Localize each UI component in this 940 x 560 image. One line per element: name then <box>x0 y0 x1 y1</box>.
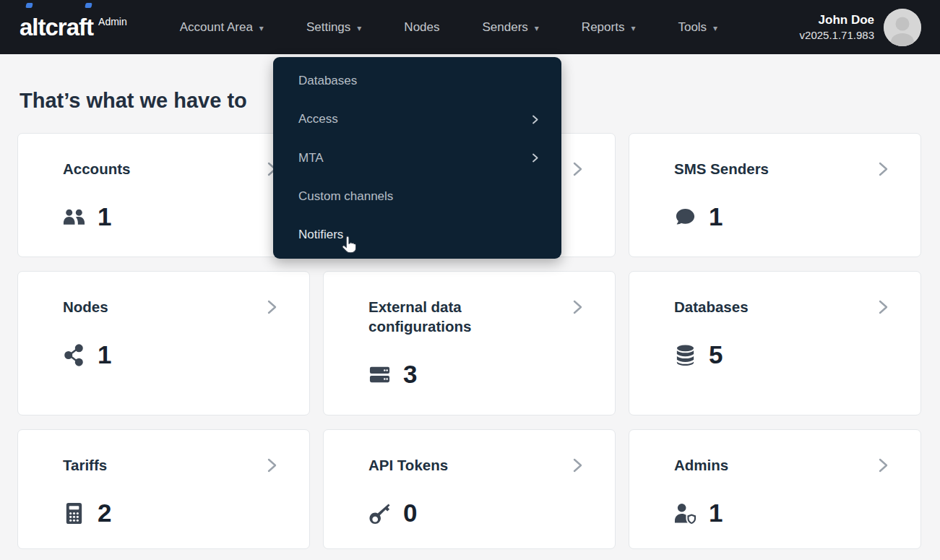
card-nodes[interactable]: Nodes 1 <box>17 271 310 415</box>
nav-item-senders[interactable]: Senders ▾ <box>483 20 539 35</box>
user-avatar[interactable] <box>884 9 921 46</box>
card-admins[interactable]: Admins 1 <box>629 429 921 549</box>
card-count: 1 <box>709 201 723 233</box>
key-icon <box>368 502 391 525</box>
card-title: Admins <box>674 455 858 475</box>
nav-item-label: Reports <box>582 20 625 35</box>
menu-item-label: Access <box>298 112 338 126</box>
card-title: SMS Senders <box>674 159 858 178</box>
menu-item-access[interactable]: Access <box>273 100 561 138</box>
menu-item-label: Notifiers <box>298 228 343 242</box>
user-shield-icon <box>674 502 697 525</box>
card-count: 5 <box>709 339 723 371</box>
card-title: Accounts <box>63 159 247 178</box>
logo-brand-text: altcraft <box>20 13 93 42</box>
card-api-tokens[interactable]: API Tokens 0 <box>323 429 616 549</box>
menu-item-label: Databases <box>298 74 357 88</box>
card-count: 1 <box>98 201 111 233</box>
app-version: v2025.1.71.983 <box>800 28 874 43</box>
nav-item-account-area[interactable]: Account Area ▾ <box>180 20 264 35</box>
nav-item-tools[interactable]: Tools ▾ <box>678 20 717 35</box>
users-icon <box>63 206 85 228</box>
chevron-right-icon <box>569 160 586 178</box>
chevron-right-icon <box>263 298 280 316</box>
chevron-right-icon <box>874 457 892 474</box>
chevron-down-icon: ▾ <box>259 22 264 33</box>
chevron-down-icon: ▾ <box>357 22 361 33</box>
nav-item-label: Nodes <box>404 20 439 35</box>
menu-item-databases[interactable]: Databases <box>273 61 561 100</box>
chevron-right-icon <box>263 457 280 474</box>
chevron-down-icon: ▾ <box>535 22 539 33</box>
nav-item-label: Tools <box>678 20 707 35</box>
card-databases[interactable]: Databases 5 <box>629 271 921 415</box>
calculator-icon <box>63 502 85 525</box>
server-icon <box>368 363 391 386</box>
chevron-right-icon <box>569 457 586 474</box>
card-title: API Tokens <box>368 455 553 475</box>
card-count: 0 <box>403 497 417 529</box>
nav-item-settings[interactable]: Settings ▾ <box>306 20 361 35</box>
nav-item-label: Account Area <box>180 20 253 35</box>
card-title: External data configurations <box>368 297 553 336</box>
card-tariffs[interactable]: Tariffs 2 <box>17 429 310 549</box>
database-icon <box>674 344 697 366</box>
nav-item-reports[interactable]: Reports ▾ <box>582 20 636 35</box>
logo-accent-mark <box>25 3 33 8</box>
settings-dropdown-menu: Databases Access MTA Custom channels Not… <box>273 57 561 259</box>
card-external-data-configurations[interactable]: External data configurations 3 <box>323 271 616 415</box>
menu-item-mta[interactable]: MTA <box>273 139 561 177</box>
card-count: 3 <box>403 358 417 390</box>
nav-item-label: Senders <box>483 20 528 35</box>
card-count: 2 <box>98 497 111 529</box>
share-icon <box>63 344 85 366</box>
card-title: Tariffs <box>63 455 247 475</box>
menu-item-custom-channels[interactable]: Custom channels <box>273 177 561 215</box>
chevron-right-icon <box>569 298 586 316</box>
chevron-right-icon <box>530 152 540 163</box>
card-count: 1 <box>709 497 723 529</box>
logo-accent-mark <box>85 3 92 8</box>
nav-item-label: Settings <box>306 20 350 35</box>
card-title: Nodes <box>63 297 247 316</box>
card-count: 1 <box>98 339 111 371</box>
chevron-right-icon <box>874 160 892 178</box>
chevron-down-icon: ▾ <box>631 22 635 33</box>
altcraft-logo[interactable]: altcraft Admin <box>20 13 127 42</box>
avatar-silhouette-icon <box>884 9 921 46</box>
menu-item-label: MTA <box>298 151 324 165</box>
user-name: John Doe <box>800 12 874 28</box>
card-title: Databases <box>674 297 858 316</box>
top-navbar: altcraft Admin Account Area ▾ Settings ▾… <box>0 0 940 54</box>
main-navigation: Account Area ▾ Settings ▾ Nodes Senders … <box>180 20 800 35</box>
menu-item-label: Custom channels <box>298 189 393 204</box>
menu-item-notifiers[interactable]: Notifiers <box>273 216 561 254</box>
card-accounts[interactable]: Accounts 1 <box>17 133 310 257</box>
chevron-right-icon <box>874 298 892 316</box>
user-block: John Doe v2025.1.71.983 <box>800 9 921 46</box>
card-sms-senders[interactable]: SMS Senders 1 <box>629 133 921 257</box>
nav-item-nodes[interactable]: Nodes <box>404 20 439 35</box>
logo-admin-label: Admin <box>98 16 127 27</box>
comment-icon <box>674 206 697 228</box>
chevron-right-icon <box>530 114 540 125</box>
chevron-down-icon: ▾ <box>713 22 717 33</box>
